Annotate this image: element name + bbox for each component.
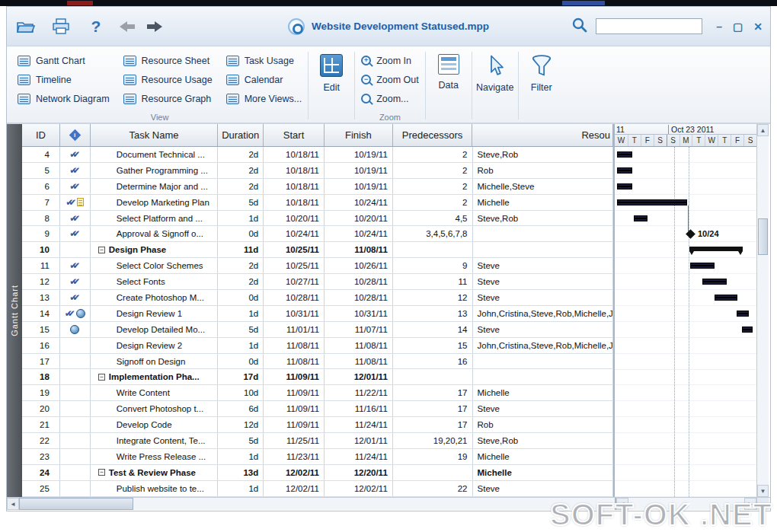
table-row[interactable]: 20Convert Photoshop t...6d11/09/1111/16/… xyxy=(22,401,613,417)
data-button[interactable]: Data xyxy=(427,49,470,123)
scroll-up-button[interactable]: ▲ xyxy=(757,124,769,136)
view-item-timeline[interactable]: Timeline xyxy=(18,75,110,85)
view-item-resource-sheet[interactable]: Resource Sheet xyxy=(123,56,213,66)
navigate-button[interactable]: Navigate xyxy=(474,49,516,123)
cell-task-name: Create Photoshop M... xyxy=(91,290,219,305)
table-horizontal-scrollbar[interactable]: ◄ xyxy=(7,498,615,510)
table-row[interactable]: 23Write Press Release ...1d11/23/1111/24… xyxy=(22,449,613,465)
title-bar: ? Website Development Statused.mpp – xyxy=(7,7,770,46)
gantt-chart-pane: 11 Oct 23 2011 WTFSSMTWTFS 10/24 xyxy=(615,124,756,497)
gantt-task-bar[interactable] xyxy=(617,167,632,174)
gantt-task-bar[interactable] xyxy=(737,311,749,317)
document-title: Website Development Statused.mpp xyxy=(312,21,489,32)
column-header-task-name[interactable]: Task Name xyxy=(91,124,219,146)
forward-button[interactable] xyxy=(147,21,162,32)
cell-resources: Steve xyxy=(473,401,613,416)
horizontal-scroll-thumb[interactable] xyxy=(19,498,133,510)
column-header-resources[interactable]: Resou xyxy=(472,124,613,146)
table-row[interactable]: 9✔✔Approval & Signoff o...0d10/24/1110/2… xyxy=(22,226,613,242)
cell-indicators xyxy=(60,385,91,400)
cell-task-name: Select Fonts xyxy=(91,274,219,289)
table-row[interactable]: 19Write Content10d11/09/1111/22/1117Mich… xyxy=(22,385,613,401)
help-button[interactable]: ? xyxy=(85,15,107,38)
column-header-id[interactable]: ID xyxy=(22,124,60,146)
collapse-toggle-icon[interactable]: − xyxy=(98,374,105,381)
table-row[interactable]: 21Develop Code12d11/09/1111/24/1117Rob xyxy=(22,417,613,433)
cell-start: 12/02/11 xyxy=(264,481,325,496)
table-row[interactable]: 14✔✔Design Review 11d10/31/1110/31/1113J… xyxy=(22,306,613,322)
cell-task-name: −Test & Review Phase xyxy=(91,465,219,480)
column-header-indicators[interactable]: i xyxy=(60,124,91,146)
table-row[interactable]: 25Publish website to te...1d12/02/1112/0… xyxy=(22,481,613,497)
close-button[interactable]: ✕ xyxy=(753,21,763,32)
minimize-button[interactable]: – xyxy=(716,21,722,32)
cell-indicators xyxy=(60,481,91,496)
table-row[interactable]: 6✔✔Determine Major and ...2d10/18/1110/1… xyxy=(22,179,613,195)
filter-button[interactable]: Filter xyxy=(520,49,563,123)
vertical-scroll-thumb[interactable] xyxy=(758,218,768,255)
gantt-task-bar[interactable] xyxy=(690,263,715,269)
view-item-resource-graph[interactable]: Resource Graph xyxy=(123,94,213,104)
table-row[interactable]: 4✔✔Document Technical ...2d10/18/1110/19… xyxy=(22,147,613,163)
zoom-item-zoom-in[interactable]: +Zoom In xyxy=(361,56,419,66)
cell-duration: 2d xyxy=(218,163,264,178)
edit-button[interactable]: Edit xyxy=(310,49,353,123)
zoom-item-label: Zoom... xyxy=(376,94,408,104)
back-button[interactable] xyxy=(120,21,135,32)
maximize-button[interactable]: ▢ xyxy=(733,21,743,32)
vertical-scroll-track[interactable] xyxy=(757,136,769,485)
table-row[interactable]: 22Integrate Content, Te...5d11/25/1112/0… xyxy=(22,433,613,449)
table-row[interactable]: 7✔✔Develop Marketing Plan5d10/18/1110/24… xyxy=(22,195,613,211)
gantt-task-bar[interactable] xyxy=(715,295,737,301)
table-row[interactable]: 13✔✔Create Photoshop M...0d10/28/1110/28… xyxy=(22,290,613,306)
vertical-scrollbar[interactable]: ▲ ▼ xyxy=(756,124,769,497)
table-row[interactable]: 17Signoff on Design0d11/08/1111/08/1116 xyxy=(22,354,613,370)
cell-duration: 2d xyxy=(218,147,264,162)
scroll-left-button[interactable]: ◄ xyxy=(7,498,19,510)
gantt-task-bar[interactable] xyxy=(617,151,632,158)
table-row[interactable]: 5✔✔Gather Programming ...2d10/18/1110/19… xyxy=(22,163,613,179)
zoom-item-zoom-out[interactable]: −Zoom Out xyxy=(361,75,419,85)
gantt-task-bar[interactable] xyxy=(617,199,687,205)
search-button[interactable] xyxy=(571,17,588,37)
gantt-task-bar[interactable] xyxy=(742,327,753,333)
cell-predecessors: 22 xyxy=(393,481,473,496)
view-item-network-diagram[interactable]: Network Diagram xyxy=(18,94,110,104)
collapse-toggle-icon[interactable]: − xyxy=(98,469,105,476)
zoom-item-zoom[interactable]: Zoom... xyxy=(361,94,419,104)
timescale-week1-label: 11 xyxy=(616,125,625,134)
column-header-duration[interactable]: Duration xyxy=(218,124,264,146)
table-row[interactable]: 16Design Review 21d11/08/1111/08/1115Joh… xyxy=(22,338,613,354)
table-row[interactable]: 18−Implementation Pha...17d11/09/1112/01… xyxy=(22,369,613,385)
search-input[interactable] xyxy=(596,18,702,34)
gantt-day-label: S xyxy=(743,135,756,146)
cell-duration: 1d xyxy=(218,306,264,321)
view-item-resource-usage[interactable]: Resource Usage xyxy=(123,75,213,85)
gantt-summary-bar[interactable] xyxy=(689,247,743,251)
column-header-predecessors[interactable]: Predecessors xyxy=(393,124,473,146)
table-row[interactable]: 11✔✔Select Color Schemes2d10/25/1110/26/… xyxy=(22,258,613,274)
view-item-task-usage[interactable]: Task Usage xyxy=(226,56,302,66)
table-row[interactable]: 15Develop Detailed Mo...5d11/01/1111/07/… xyxy=(22,322,613,338)
collapse-toggle-icon[interactable]: − xyxy=(98,247,105,253)
view-item-label: Resource Usage xyxy=(142,75,213,85)
gantt-task-bar[interactable] xyxy=(617,183,632,190)
table-row[interactable]: 12✔✔Select Fonts2d10/27/1110/28/1111Stev… xyxy=(22,274,613,290)
gantt-task-bar[interactable] xyxy=(702,279,727,285)
cell-task-name: Select Color Schemes xyxy=(91,258,219,273)
view-item-more-views[interactable]: More Views... xyxy=(226,94,302,104)
print-button[interactable] xyxy=(50,15,72,38)
table-row[interactable]: 8✔✔Select Platform and ...1d10/20/1110/2… xyxy=(22,211,613,227)
table-row[interactable]: 10−Design Phase11d10/25/1111/08/11 xyxy=(22,242,613,258)
view-item-label: Task Usage xyxy=(245,56,294,66)
horizontal-scroll-track[interactable] xyxy=(133,498,615,510)
view-item-calendar[interactable]: Calendar xyxy=(226,75,302,85)
table-row[interactable]: 24−Test & Review Phase13d12/02/1112/20/1… xyxy=(22,465,613,481)
gantt-task-bar[interactable] xyxy=(634,215,648,221)
view-item-gantt-chart[interactable]: Gantt Chart xyxy=(18,56,110,66)
scroll-down-button[interactable]: ▼ xyxy=(757,485,769,497)
column-header-start[interactable]: Start xyxy=(264,124,325,146)
column-header-finish[interactable]: Finish xyxy=(325,124,393,146)
open-file-button[interactable] xyxy=(14,15,37,38)
cell-id: 21 xyxy=(22,417,60,432)
